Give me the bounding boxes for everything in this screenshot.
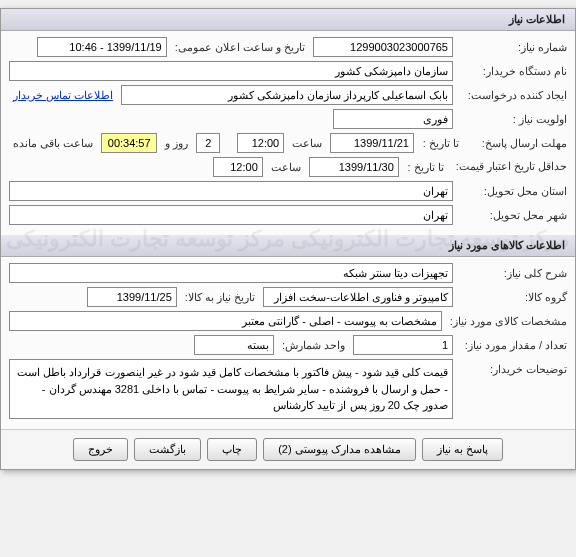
need-number-label: شماره نیاز:: [457, 41, 567, 54]
section-goods-header: اطلاعات کالاهای مورد نیاز: [1, 235, 575, 257]
notes-field[interactable]: قیمت کلی قید شود - پیش فاکتور با مشخصات …: [9, 359, 453, 419]
min-valid-label: حداقل تاریخ اعتبار قیمت:: [452, 160, 567, 173]
province-field[interactable]: تهران: [9, 181, 453, 201]
specs-label: مشخصات کالای مورد نیاز:: [446, 315, 567, 328]
remaining-days-field: 2: [196, 133, 220, 153]
deadline-date-field[interactable]: 1399/11/21: [330, 133, 414, 153]
remaining-suffix: ساعت باقی مانده: [9, 137, 97, 150]
remaining-days-label: روز و: [161, 137, 192, 150]
need-date-field[interactable]: 1399/11/25: [87, 287, 177, 307]
priority-label: اولویت نیاز :: [457, 113, 567, 126]
group-label: گروه کالا:: [457, 291, 567, 304]
print-button[interactable]: چاپ: [207, 438, 257, 461]
back-button[interactable]: بازگشت: [134, 438, 201, 461]
unit-field[interactable]: بسته: [194, 335, 274, 355]
need-date-label: تاریخ نیاز به کالا:: [181, 291, 259, 304]
exit-button[interactable]: خروج: [73, 438, 128, 461]
device-name-field[interactable]: سازمان دامپزشکی کشور: [9, 61, 453, 81]
qty-label: تعداد / مقدار مورد نیاز:: [457, 339, 567, 352]
main-window: مرکز توسعه تجارت الکترونیکی مرکز توسعه ت…: [0, 8, 576, 470]
section-need-info-header: اطلاعات نیاز: [1, 9, 575, 31]
creator-field[interactable]: بابک اسماعیلی کارپرداز سازمان دامپزشکی ک…: [121, 85, 453, 105]
respond-button[interactable]: پاسخ به نیاز: [422, 438, 503, 461]
min-valid-sub: تا تاریخ :: [403, 161, 448, 174]
need-number-field[interactable]: 1299003023000765: [313, 37, 453, 57]
qty-field[interactable]: 1: [353, 335, 453, 355]
unit-label: واحد شمارش:: [278, 339, 349, 352]
section-need-info-body: شماره نیاز: 1299003023000765 تاریخ و ساع…: [1, 31, 575, 235]
section-goods-body: شرح کلی نیاز: تجهیزات دیتا سنتر شبکه گرو…: [1, 257, 575, 429]
contact-link[interactable]: اطلاعات تماس خریدار: [9, 87, 117, 104]
device-name-label: نام دستگاه خریدار:: [457, 65, 567, 78]
deadline-label: مهلت ارسال پاسخ:: [467, 137, 567, 150]
deadline-time-field[interactable]: 12:00: [237, 133, 284, 153]
desc-label: شرح کلی نیاز:: [457, 267, 567, 280]
group-field[interactable]: کامپیوتر و فناوری اطلاعات-سخت افزار: [263, 287, 453, 307]
min-valid-date-field[interactable]: 1399/11/30: [309, 157, 399, 177]
priority-field[interactable]: فوری: [333, 109, 453, 129]
specs-field[interactable]: مشخصات به پیوست - اصلی - گارانتی معتبر: [9, 311, 442, 331]
notes-label: توضیحات خریدار:: [457, 359, 567, 376]
attachments-button[interactable]: مشاهده مدارک پیوستی (2): [263, 438, 416, 461]
province-label: استان محل تحویل:: [457, 185, 567, 198]
deadline-time-label: ساعت: [288, 137, 326, 150]
min-valid-time-label: ساعت: [267, 161, 305, 174]
min-valid-time-field[interactable]: 12:00: [213, 157, 263, 177]
desc-field[interactable]: تجهیزات دیتا سنتر شبکه: [9, 263, 453, 283]
remaining-time-field: 00:34:57: [101, 133, 157, 153]
announce-date-field[interactable]: 1399/11/19 - 10:46: [37, 37, 167, 57]
creator-label: ایجاد کننده درخواست:: [457, 89, 567, 102]
city-field[interactable]: تهران: [9, 205, 453, 225]
deadline-sub: تا تاریخ :: [418, 137, 463, 150]
announce-date-label: تاریخ و ساعت اعلان عمومی:: [171, 41, 309, 54]
button-bar: پاسخ به نیاز مشاهده مدارک پیوستی (2) چاپ…: [1, 429, 575, 469]
city-label: شهر محل تحویل:: [457, 209, 567, 222]
